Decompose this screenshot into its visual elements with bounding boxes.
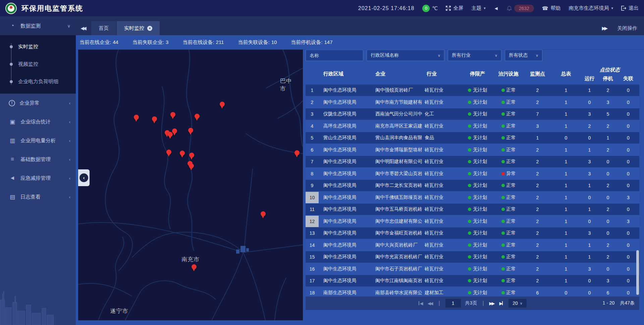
industry-cell: 建材加工 — [422, 287, 461, 297]
map-pin-icon[interactable] — [195, 114, 200, 121]
name-filter-input[interactable] — [306, 50, 363, 61]
last-page-button[interactable]: ▶ — [499, 301, 504, 306]
sidebar-item[interactable]: ≡基础数据管理‹ — [0, 150, 76, 169]
facility-status-cell: 正常 — [494, 192, 523, 203]
company-cell: 营山县润丰肉食品有限 — [371, 132, 422, 144]
sidebar-subitem[interactable]: 视频监控 — [0, 55, 76, 73]
tab-label: 实时监控 — [124, 25, 144, 32]
help-button[interactable]: ☎ 帮助 — [542, 5, 561, 11]
close-icon[interactable]: × — [147, 26, 152, 31]
map-pin-icon[interactable] — [220, 102, 225, 109]
logout-button[interactable]: 退出 — [621, 5, 639, 11]
sidebar-subitem[interactable]: 实时监控 — [0, 38, 76, 55]
map-pin-icon[interactable] — [170, 112, 176, 119]
org-menu[interactable]: 南充市生态环境局▾ — [569, 5, 613, 11]
meters-cell: 1 — [552, 85, 580, 96]
table-row[interactable]: 7阆中生态环境局阆中明阳建材有限公司砖瓦行业无计划正常21300 — [306, 156, 639, 167]
table-row[interactable]: 2阆中生态环境局阆中市南方节能建材有砖瓦行业无计划正常21030 — [306, 97, 639, 108]
sidebar-item[interactable]: ▥企业用电量分析‹ — [0, 131, 76, 150]
status-dot-icon — [501, 148, 505, 152]
table-row[interactable]: 1阆中生态环境局阆中强锐页岩砖厂砖瓦行业无计划正常21120 — [306, 85, 639, 96]
map-pin-icon[interactable] — [294, 150, 300, 158]
stat-label: 当前停机设备: — [291, 39, 322, 46]
page-number-input[interactable]: 1 — [445, 299, 461, 308]
sidebar-subitem[interactable]: 企业电力负荷明细 — [0, 73, 76, 90]
table-row[interactable]: 11阆中生态环境局阆中市五马桥页岩机砖砖瓦行业无计划正常21120 — [306, 204, 639, 215]
tab-item[interactable]: 首页 — [91, 21, 116, 35]
table-scrollbar-thumb[interactable] — [636, 250, 639, 295]
pager-divider: | — [437, 300, 441, 306]
tabs-scroll-right-button[interactable]: ▶▶ — [602, 25, 608, 31]
stat-item: 当前在线设备:211 — [182, 39, 224, 46]
points-cell: 1 — [523, 132, 552, 144]
table-row[interactable]: 16阆中生态环境局阆中市石子页岩机砖厂砖瓦行业无计划正常21300 — [306, 263, 639, 275]
chevron-left-icon: ‹ — [69, 195, 70, 200]
running-cell: 1 — [580, 85, 599, 96]
map-pin-icon[interactable] — [261, 211, 266, 219]
table-row[interactable]: 18南部生态环境局南部县砖华水泥有限公建材加工无计划正常60060 — [306, 287, 639, 297]
fullscreen-button[interactable]: 全屏 — [446, 5, 463, 11]
prev-page-button[interactable]: ◀◀ — [427, 301, 433, 306]
map-panel[interactable]: 巴中市南充市遂宁市 ‹ — [78, 50, 303, 320]
map-pin-icon[interactable] — [189, 153, 195, 160]
megaphone-icon: ◄ — [9, 175, 16, 181]
region-cell: 阆中生态环境局 — [319, 85, 371, 96]
filter-select[interactable]: 所有状态∨ — [505, 50, 542, 61]
table-row[interactable]: 3仪陇生态环境局西南油气田分公司川中化工无计划正常71350 — [306, 108, 639, 120]
chevron-left-icon: ‹ — [83, 175, 85, 180]
page-size-select[interactable]: 20 ∨ — [508, 299, 527, 308]
company-cell: 南部县砖华水泥有限公 — [371, 287, 422, 297]
row-number-cell: 14 — [306, 239, 319, 251]
notifications[interactable]: 2632 — [507, 5, 534, 12]
chevron-down-icon: ▾ — [611, 6, 613, 10]
theme-menu[interactable]: 主题▾ — [471, 5, 486, 11]
table-row[interactable]: 5营山生态环境局营山县润丰肉食品有限食品无计划正常10010 — [306, 132, 639, 144]
filter-select[interactable]: 所有行业∨ — [448, 50, 501, 61]
next-page-button[interactable]: ▶▶ — [489, 301, 495, 306]
table-row[interactable]: 9阆中生态环境局阆中市二龙长宝页岩砖砖瓦行业无计划正常21120 — [306, 180, 639, 191]
region-cell: 营山生态环境局 — [319, 132, 371, 144]
offline-cell: 0 — [617, 180, 639, 191]
tab-active[interactable]: 实时监控× — [117, 21, 160, 35]
tabs-scroll-left-button[interactable]: ◀◀ — [76, 21, 91, 35]
sidebar-item[interactable]: ▤日志查看‹ — [0, 187, 76, 206]
map-pin-icon[interactable] — [180, 151, 185, 158]
meters-cell: 1 — [552, 239, 580, 251]
stopped-cell: 0 — [599, 156, 617, 167]
map-pin-icon[interactable] — [188, 128, 194, 135]
table-row[interactable]: 10阆中生态环境局阆中千佛镇五郎垭页岩砖瓦行业无计划正常21003 — [306, 192, 639, 203]
offline-cell: 0 — [617, 108, 639, 120]
table-row[interactable]: 17阆中生态环境局阆中市江南镇阆南页岩砖瓦行业无计划正常21030 — [306, 275, 639, 286]
sidebar-item[interactable]: ◔数据监测∨ — [0, 16, 76, 35]
table-row[interactable]: 12阆中生态环境局阆中市忠信建材有限公砖瓦行业无计划正常21003 — [306, 216, 639, 227]
close-operations-button[interactable]: 关闭操作 — [617, 25, 637, 32]
table-row[interactable]: 13阆中生态环境局阆中市金福旺页岩机砖砖瓦行业无计划正常21300 — [306, 227, 639, 239]
stat-value: 211 — [216, 39, 224, 46]
speaker-icon[interactable]: ◄ — [494, 5, 499, 11]
sidebar-item[interactable]: ▣企业综合统计‹ — [0, 112, 76, 131]
table-row[interactable]: 6阆中生态环境局阆中市金博瑞新型墙材砖瓦行业无计划正常21120 — [306, 144, 639, 156]
first-page-button[interactable]: ◀ — [418, 301, 423, 306]
map-pin-icon[interactable] — [192, 264, 197, 272]
table-row[interactable]: 14阆中生态环境局阆中大兴页岩机砖厂砖瓦行业无计划正常21120 — [306, 239, 639, 251]
industry-cell: 食品 — [422, 132, 461, 144]
sidebar-item[interactable]: !企业异常‹ — [0, 94, 76, 112]
map-pin-icon[interactable] — [172, 128, 177, 136]
row-number-cell: 15 — [306, 251, 319, 263]
map-pin-icon[interactable] — [189, 163, 194, 171]
sidebar-item[interactable]: ◄应急减排管理‹ — [0, 169, 76, 187]
map-pin-icon[interactable] — [152, 116, 157, 124]
filter-select[interactable]: 行政区域名称∨ — [367, 50, 444, 61]
points-cell: 2 — [523, 204, 552, 215]
map-pin-icon[interactable] — [134, 115, 139, 122]
offline-cell: 0 — [617, 227, 639, 239]
table-row[interactable]: 4高坪生态环境局南充市高坪区王家店建砖瓦行业无计划正常31220 — [306, 120, 639, 132]
facility-status-cell: 正常 — [494, 227, 523, 239]
map-pin-icon[interactable] — [166, 150, 172, 157]
table-row[interactable]: 15阆中生态环境局阆中市光富页岩机砖厂砖瓦行业无计划正常21120 — [306, 251, 639, 263]
status-dot-icon — [501, 101, 505, 104]
table-row[interactable]: 8阆中生态环境局阆中市枣碧大梁山页岩砖瓦行业无计划异常21300 — [306, 168, 639, 179]
region-cell: 阆中生态环境局 — [319, 227, 371, 239]
map-collapse-button[interactable]: ‹ — [78, 169, 90, 186]
limit-status-cell: 无计划 — [461, 251, 494, 263]
